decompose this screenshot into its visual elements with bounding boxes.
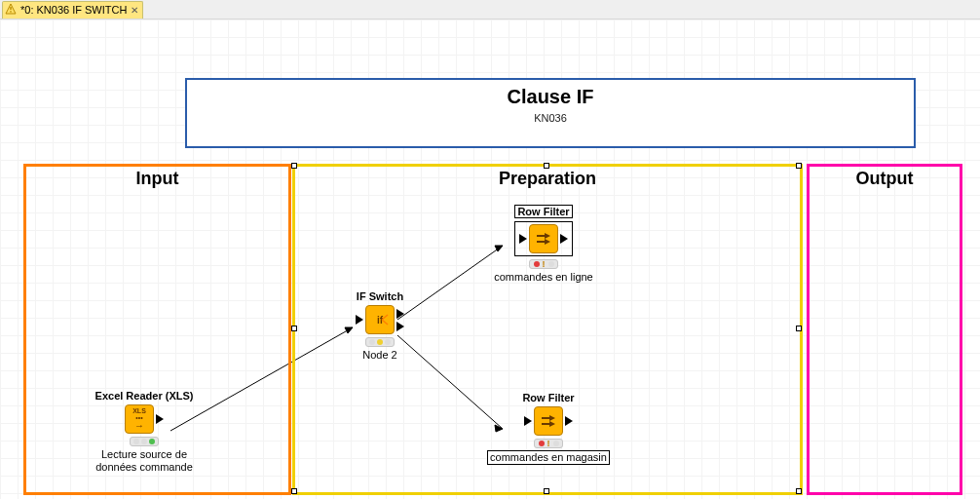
node-icon-text: XLS — [132, 407, 146, 414]
group-label-output: Output — [810, 169, 960, 189]
node-row-filter-online[interactable]: Row Filter ! — [485, 205, 602, 284]
output-port-bottom[interactable] — [396, 322, 404, 331]
warning-icon: ! — [547, 439, 550, 448]
group-label-input: Input — [26, 169, 288, 189]
workflow-subtitle: KN036 — [187, 112, 914, 124]
node-title: IF Switch — [331, 290, 429, 302]
svg-marker-12 — [545, 239, 550, 245]
node-caption: Lecture source de données commande — [76, 448, 212, 474]
output-port-top[interactable] — [396, 309, 404, 319]
excel-reader-icon: XLS ••• → — [125, 404, 154, 434]
warning-icon: ! — [543, 259, 546, 269]
node-row-filter-store[interactable]: Row Filter ! commandes en magasin — [485, 392, 612, 465]
node-title: Row Filter — [485, 392, 612, 403]
row-filter-icon — [534, 406, 563, 436]
node-title: Excel Reader (XLS) — [76, 390, 212, 402]
node-caption: commandes en ligne — [485, 271, 602, 284]
node-caption: commandes en magasin — [487, 450, 610, 465]
row-filter-icon — [529, 224, 558, 253]
node-status: ! — [534, 439, 563, 448]
workflow-canvas[interactable]: Clause IF KN036 Input Preparation Output… — [0, 19, 980, 499]
node-title: Row Filter — [514, 205, 572, 218]
selection-handle[interactable] — [544, 488, 549, 494]
node-if-switch[interactable]: IF Switch if Node 2 — [331, 290, 429, 362]
svg-rect-2 — [10, 11, 11, 12]
tab-label: *0: KN036 IF SWITCH — [20, 4, 127, 16]
node-status: ! — [529, 259, 558, 269]
selection-handle[interactable] — [291, 326, 297, 331]
selection-handle[interactable] — [796, 326, 802, 331]
svg-marker-10 — [545, 233, 550, 239]
if-switch-icon: if — [365, 305, 395, 334]
workflow-title-annotation[interactable]: Clause IF KN036 — [185, 78, 916, 148]
node-caption: Node 2 — [331, 349, 429, 362]
input-port[interactable] — [356, 315, 363, 325]
selection-handle[interactable] — [796, 488, 802, 494]
workflow-tab[interactable]: *0: KN036 IF SWITCH ✕ — [2, 1, 143, 19]
node-status — [365, 337, 395, 347]
node-status — [130, 437, 159, 446]
warning-triangle-icon — [5, 3, 17, 17]
output-port[interactable] — [156, 414, 164, 424]
close-tab-icon[interactable]: ✕ — [131, 5, 138, 16]
selection-handle[interactable] — [796, 163, 802, 169]
input-port[interactable] — [519, 234, 527, 244]
output-port[interactable] — [565, 416, 573, 426]
selection-handle[interactable] — [291, 163, 297, 169]
svg-marker-14 — [549, 415, 555, 421]
node-excel-reader[interactable]: Excel Reader (XLS) XLS ••• → Lecture sou… — [76, 390, 212, 474]
tab-bar: *0: KN036 IF SWITCH ✕ — [0, 0, 980, 19]
svg-marker-16 — [549, 421, 555, 427]
group-output[interactable]: Output — [807, 164, 962, 495]
output-port[interactable] — [560, 234, 568, 244]
svg-rect-1 — [10, 7, 11, 10]
input-port[interactable] — [524, 416, 532, 426]
group-label-preparation: Preparation — [295, 169, 800, 189]
workflow-title: Clause IF — [187, 86, 914, 108]
selection-handle[interactable] — [291, 488, 297, 494]
selection-handle[interactable] — [544, 163, 549, 169]
